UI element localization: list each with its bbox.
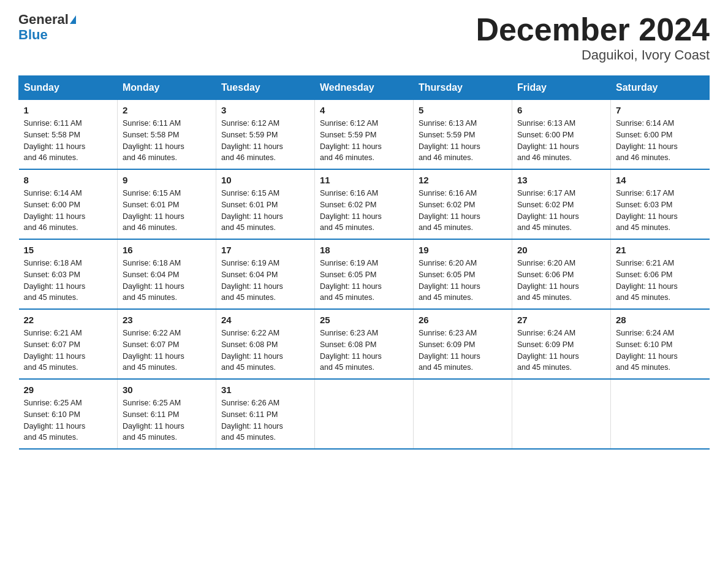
day-info: Sunrise: 6:16 AMSunset: 6:02 PMDaylight:… (419, 188, 507, 234)
calendar-day-cell: 5Sunrise: 6:13 AMSunset: 5:59 PMDaylight… (414, 100, 512, 170)
calendar-day-cell: 26Sunrise: 6:23 AMSunset: 6:09 PMDayligh… (414, 309, 512, 379)
calendar-day-cell: 25Sunrise: 6:23 AMSunset: 6:08 PMDayligh… (315, 309, 414, 379)
day-info: Sunrise: 6:24 AMSunset: 6:09 PMDaylight:… (517, 327, 605, 373)
calendar-day-cell: 4Sunrise: 6:12 AMSunset: 5:59 PMDaylight… (315, 100, 414, 170)
calendar-day-cell (315, 379, 414, 449)
day-number: 12 (419, 175, 507, 185)
calendar-day-cell: 3Sunrise: 6:12 AMSunset: 5:59 PMDaylight… (216, 100, 315, 170)
calendar-subtitle: Daguikoi, Ivory Coast (476, 47, 710, 63)
calendar-week-row: 22Sunrise: 6:21 AMSunset: 6:07 PMDayligh… (19, 309, 710, 379)
day-info: Sunrise: 6:22 AMSunset: 6:07 PMDaylight:… (123, 327, 211, 373)
day-number: 1 (24, 105, 113, 115)
calendar-day-cell (414, 379, 512, 449)
day-number: 9 (123, 175, 211, 185)
day-info: Sunrise: 6:25 AMSunset: 6:10 PMDaylight:… (24, 397, 113, 443)
calendar-day-cell: 2Sunrise: 6:11 AMSunset: 5:58 PMDaylight… (118, 100, 216, 170)
day-info: Sunrise: 6:12 AMSunset: 5:59 PMDaylight:… (221, 118, 309, 164)
calendar-day-cell: 30Sunrise: 6:25 AMSunset: 6:11 PMDayligh… (118, 379, 216, 449)
calendar-week-row: 29Sunrise: 6:25 AMSunset: 6:10 PMDayligh… (19, 379, 710, 449)
day-of-week-header: Monday (118, 76, 216, 100)
day-number: 22 (24, 315, 113, 325)
day-info: Sunrise: 6:24 AMSunset: 6:10 PMDaylight:… (616, 327, 705, 373)
day-info: Sunrise: 6:19 AMSunset: 6:04 PMDaylight:… (221, 258, 309, 304)
day-number: 20 (517, 245, 605, 255)
calendar-day-cell: 28Sunrise: 6:24 AMSunset: 6:10 PMDayligh… (611, 309, 710, 379)
logo-text-general: General (18, 12, 69, 27)
calendar-day-cell: 27Sunrise: 6:24 AMSunset: 6:09 PMDayligh… (512, 309, 611, 379)
day-info: Sunrise: 6:17 AMSunset: 6:03 PMDaylight:… (616, 188, 705, 234)
calendar-day-cell: 15Sunrise: 6:18 AMSunset: 6:03 PMDayligh… (19, 239, 118, 309)
day-number: 10 (221, 175, 309, 185)
day-info: Sunrise: 6:22 AMSunset: 6:08 PMDaylight:… (221, 327, 309, 373)
day-number: 19 (419, 245, 507, 255)
day-info: Sunrise: 6:25 AMSunset: 6:11 PMDaylight:… (123, 397, 211, 443)
day-number: 3 (221, 105, 309, 115)
day-info: Sunrise: 6:20 AMSunset: 6:06 PMDaylight:… (517, 258, 605, 304)
calendar-header-row: SundayMondayTuesdayWednesdayThursdayFrid… (19, 76, 710, 100)
day-info: Sunrise: 6:16 AMSunset: 6:02 PMDaylight:… (320, 188, 408, 234)
day-info: Sunrise: 6:14 AMSunset: 6:00 PMDaylight:… (24, 188, 113, 234)
day-number: 27 (517, 315, 605, 325)
day-number: 28 (616, 315, 705, 325)
day-number: 13 (517, 175, 605, 185)
day-of-week-header: Thursday (414, 76, 512, 100)
day-number: 31 (221, 385, 309, 395)
logo: General Blue (18, 12, 76, 43)
day-number: 24 (221, 315, 309, 325)
calendar-day-cell: 1Sunrise: 6:11 AMSunset: 5:58 PMDaylight… (19, 100, 118, 170)
day-info: Sunrise: 6:15 AMSunset: 6:01 PMDaylight:… (123, 188, 211, 234)
day-number: 17 (221, 245, 309, 255)
day-number: 6 (517, 105, 605, 115)
logo-text-blue: Blue (18, 27, 48, 43)
calendar-day-cell: 19Sunrise: 6:20 AMSunset: 6:05 PMDayligh… (414, 239, 512, 309)
day-info: Sunrise: 6:13 AMSunset: 6:00 PMDaylight:… (517, 118, 605, 164)
calendar-day-cell: 9Sunrise: 6:15 AMSunset: 6:01 PMDaylight… (118, 169, 216, 239)
day-number: 29 (24, 385, 113, 395)
day-number: 16 (123, 245, 211, 255)
calendar-week-row: 8Sunrise: 6:14 AMSunset: 6:00 PMDaylight… (19, 169, 710, 239)
day-number: 30 (123, 385, 211, 395)
day-number: 14 (616, 175, 705, 185)
calendar-body: 1Sunrise: 6:11 AMSunset: 5:58 PMDaylight… (19, 100, 710, 450)
day-info: Sunrise: 6:21 AMSunset: 6:06 PMDaylight:… (616, 258, 705, 304)
day-info: Sunrise: 6:14 AMSunset: 6:00 PMDaylight:… (616, 118, 705, 164)
day-number: 11 (320, 175, 408, 185)
day-number: 4 (320, 105, 408, 115)
calendar-day-cell: 14Sunrise: 6:17 AMSunset: 6:03 PMDayligh… (611, 169, 710, 239)
calendar-day-cell: 16Sunrise: 6:18 AMSunset: 6:04 PMDayligh… (118, 239, 216, 309)
day-number: 21 (616, 245, 705, 255)
calendar-day-cell: 13Sunrise: 6:17 AMSunset: 6:02 PMDayligh… (512, 169, 611, 239)
day-info: Sunrise: 6:11 AMSunset: 5:58 PMDaylight:… (24, 118, 113, 164)
day-number: 2 (123, 105, 211, 115)
day-of-week-header: Saturday (611, 76, 710, 100)
day-info: Sunrise: 6:23 AMSunset: 6:09 PMDaylight:… (419, 327, 507, 373)
day-info: Sunrise: 6:20 AMSunset: 6:05 PMDaylight:… (419, 258, 507, 304)
title-block: December 2024 Daguikoi, Ivory Coast (476, 12, 710, 63)
calendar-day-cell: 10Sunrise: 6:15 AMSunset: 6:01 PMDayligh… (216, 169, 315, 239)
calendar-day-cell: 31Sunrise: 6:26 AMSunset: 6:11 PMDayligh… (216, 379, 315, 449)
day-of-week-header: Wednesday (315, 76, 414, 100)
day-number: 26 (419, 315, 507, 325)
calendar-day-cell: 29Sunrise: 6:25 AMSunset: 6:10 PMDayligh… (19, 379, 118, 449)
calendar-day-cell: 18Sunrise: 6:19 AMSunset: 6:05 PMDayligh… (315, 239, 414, 309)
calendar-day-cell: 17Sunrise: 6:19 AMSunset: 6:04 PMDayligh… (216, 239, 315, 309)
calendar-day-cell: 20Sunrise: 6:20 AMSunset: 6:06 PMDayligh… (512, 239, 611, 309)
day-info: Sunrise: 6:13 AMSunset: 5:59 PMDaylight:… (419, 118, 507, 164)
calendar-day-cell: 23Sunrise: 6:22 AMSunset: 6:07 PMDayligh… (118, 309, 216, 379)
day-of-week-header: Sunday (19, 76, 118, 100)
logo-triangle-icon (70, 15, 76, 24)
calendar-week-row: 15Sunrise: 6:18 AMSunset: 6:03 PMDayligh… (19, 239, 710, 309)
day-of-week-header: Friday (512, 76, 611, 100)
day-info: Sunrise: 6:23 AMSunset: 6:08 PMDaylight:… (320, 327, 408, 373)
calendar-week-row: 1Sunrise: 6:11 AMSunset: 5:58 PMDaylight… (19, 100, 710, 170)
day-info: Sunrise: 6:18 AMSunset: 6:03 PMDaylight:… (24, 258, 113, 304)
day-number: 25 (320, 315, 408, 325)
calendar-day-cell: 22Sunrise: 6:21 AMSunset: 6:07 PMDayligh… (19, 309, 118, 379)
day-number: 15 (24, 245, 113, 255)
day-number: 5 (419, 105, 507, 115)
calendar-table: SundayMondayTuesdayWednesdayThursdayFrid… (18, 75, 710, 450)
calendar-day-cell: 8Sunrise: 6:14 AMSunset: 6:00 PMDaylight… (19, 169, 118, 239)
calendar-day-cell (611, 379, 710, 449)
day-info: Sunrise: 6:15 AMSunset: 6:01 PMDaylight:… (221, 188, 309, 234)
day-info: Sunrise: 6:12 AMSunset: 5:59 PMDaylight:… (320, 118, 408, 164)
